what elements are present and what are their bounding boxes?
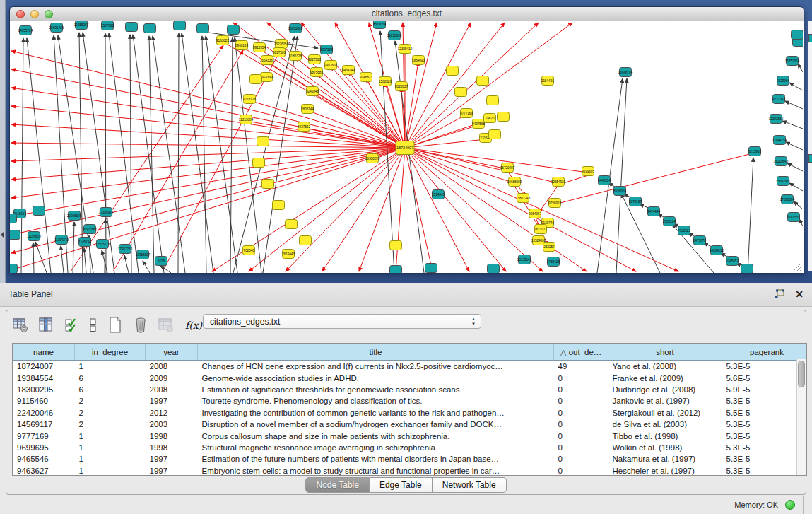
graph-node[interactable]: [447, 66, 459, 76]
table-selector-dropdown[interactable]: citations_edges.txt ▲▼: [203, 314, 481, 329]
graph-node[interactable]: [741, 264, 753, 274]
graph-node[interactable]: 8186328: [289, 52, 302, 61]
graph-node[interactable]: 2718126: [243, 95, 256, 104]
table-row[interactable]: 977716911998Corpus callosum shape and si…: [13, 430, 807, 441]
graph-node[interactable]: 8813054: [373, 21, 386, 29]
graph-node[interactable]: [455, 88, 467, 97]
graph-node[interactable]: 18724007: [396, 141, 414, 155]
graph-node[interactable]: 15135141: [517, 255, 532, 264]
graph-node[interactable]: 9146821: [360, 73, 372, 82]
float-window-icon[interactable]: [775, 289, 785, 299]
graph-node[interactable]: 7632621: [678, 226, 690, 235]
graph-node[interactable]: 12093832: [769, 115, 784, 124]
graph-node[interactable]: 8938924: [613, 187, 626, 196]
table-row[interactable]: 946554611997Estimation of the future num…: [13, 453, 807, 465]
graph-node[interactable]: 20206526: [67, 211, 82, 221]
graph-node[interactable]: 11394273: [54, 235, 69, 245]
import-table-icon[interactable]: [158, 317, 175, 334]
window-titlebar[interactable]: citations_edges.txt: [10, 7, 804, 21]
row-selection-icon[interactable]: [63, 317, 80, 334]
graph-node[interactable]: 16210643: [774, 157, 789, 166]
graph-node[interactable]: 12505113: [95, 240, 110, 249]
graph-node[interactable]: 18300295: [365, 154, 380, 163]
column-header-pagerank[interactable]: pagerank: [722, 344, 808, 361]
graph-node[interactable]: 15720407: [500, 163, 515, 173]
graph-node[interactable]: [250, 75, 262, 84]
graph-node[interactable]: [228, 25, 240, 35]
graph-node[interactable]: 19654923: [551, 177, 566, 187]
graph-node[interactable]: 1167533: [787, 213, 800, 222]
tab-node-table[interactable]: Node Table: [305, 477, 370, 493]
table-scrollbar[interactable]: [796, 359, 806, 475]
graph-node[interactable]: 9227343: [772, 95, 785, 104]
table-row[interactable]: 1456911722003Disruption of a novel membe…: [13, 419, 807, 430]
graph-node[interactable]: 1864093: [412, 56, 425, 65]
graph-node[interactable]: [262, 180, 274, 189]
graph-node[interactable]: 11156809: [27, 232, 41, 241]
graph-node[interactable]: 8912954: [253, 43, 266, 52]
graph-node[interactable]: [390, 241, 402, 250]
column-header-short[interactable]: short: [608, 344, 722, 361]
graph-node[interactable]: 19218506: [387, 31, 402, 40]
graph-node[interactable]: 1514345: [432, 190, 445, 199]
graph-node[interactable]: [792, 30, 804, 40]
graph-node[interactable]: 1733426: [547, 257, 560, 267]
column-visibility-icon[interactable]: [37, 317, 54, 334]
graph-node[interactable]: 20691406: [49, 23, 64, 33]
graph-node[interactable]: 12213384: [239, 115, 254, 124]
graph-node[interactable]: 10958107: [136, 250, 151, 259]
graph-node[interactable]: 9699695: [582, 167, 594, 176]
graph-node[interactable]: 1615112: [534, 225, 547, 234]
graph-node[interactable]: 9329966: [777, 76, 789, 86]
graph-node[interactable]: 12325419: [398, 45, 413, 54]
table-scrollbar-thumb[interactable]: [798, 361, 805, 387]
graph-node[interactable]: 10055287: [74, 21, 89, 30]
graph-node[interactable]: 9857224: [320, 45, 333, 54]
graph-node[interactable]: [33, 206, 45, 216]
column-header-in_degree[interactable]: in_degree: [75, 344, 146, 361]
column-header-title[interactable]: title: [198, 344, 554, 361]
graph-node[interactable]: 17957255: [118, 245, 133, 254]
graph-node[interactable]: 16648784: [618, 68, 633, 77]
graph-node[interactable]: 762540: [243, 246, 255, 255]
graph-node[interactable]: [300, 236, 312, 245]
graph-node[interactable]: 10654112: [710, 246, 724, 255]
graph-node[interactable]: [10, 230, 20, 240]
graph-node[interactable]: 7619443: [282, 250, 295, 259]
graph-node[interactable]: 17359924: [99, 208, 114, 217]
graph-node[interactable]: 8960128: [235, 41, 248, 50]
graph-node[interactable]: [488, 264, 500, 274]
graph-node[interactable]: [286, 220, 298, 229]
table-row[interactable]: 969969511998Structural magnetic resonanc…: [13, 442, 807, 453]
table-row[interactable]: 946362711997Embryonic stem cells: a mode…: [13, 465, 807, 476]
memory-status-indicator[interactable]: [785, 500, 795, 510]
graph-node[interactable]: 9163822: [216, 36, 229, 45]
graph-node[interactable]: 17016504: [780, 195, 795, 204]
graph-node[interactable]: 8522037: [395, 82, 408, 91]
graph-node[interactable]: [425, 264, 437, 273]
graph-node[interactable]: 23226058: [274, 40, 289, 49]
tab-network-table[interactable]: Network Table: [433, 477, 507, 493]
graph-node[interactable]: 1678: [155, 257, 167, 266]
graph-node[interactable]: 2935114: [663, 217, 676, 226]
graph-node[interactable]: [126, 23, 138, 32]
graph-node[interactable]: 10688609: [507, 177, 522, 187]
graph-node[interactable]: 1154491: [541, 76, 554, 86]
new-column-icon[interactable]: [107, 317, 124, 334]
graph-node[interactable]: 9875685: [310, 68, 323, 77]
table-row[interactable]: 2242004622012Investigating the contribut…: [13, 407, 807, 419]
delete-column-icon[interactable]: [132, 317, 149, 334]
graph-node[interactable]: 6879197: [629, 197, 642, 206]
graph-node[interactable]: 9084067: [529, 209, 541, 218]
graph-node[interactable]: 12444154: [772, 136, 787, 145]
graph-node[interactable]: 16543382: [260, 56, 275, 65]
graph-node[interactable]: [477, 76, 489, 86]
graph-node[interactable]: 15751074: [785, 57, 800, 66]
graph-node[interactable]: [489, 130, 501, 139]
graph-node[interactable]: [10, 264, 18, 274]
close-panel-icon[interactable]: ✕: [795, 288, 804, 300]
column-header-name[interactable]: name: [13, 344, 75, 361]
graph-node[interactable]: 8471676: [693, 236, 706, 245]
graph-node[interactable]: 9474444: [647, 207, 660, 216]
table-row[interactable]: 1938455462009Genome-wide association stu…: [13, 372, 807, 383]
